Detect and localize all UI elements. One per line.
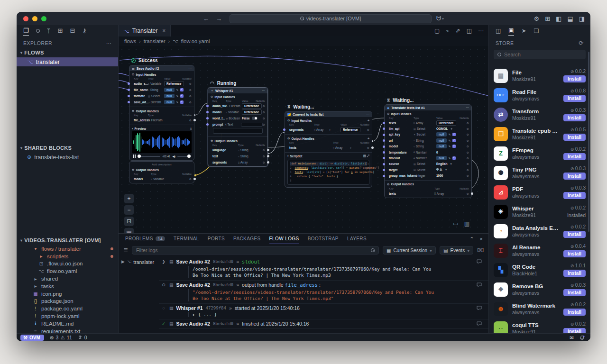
nullable-checkbox[interactable] [452, 145, 456, 148]
add-input-icon[interactable]: + [368, 119, 369, 122]
files-icon[interactable]: ❐ [23, 27, 29, 36]
param-row[interactable]: word_t... ⇄Boolean False False ⚙ [211, 115, 265, 121]
nullable-checkbox[interactable] [180, 88, 184, 91]
store-item[interactable]: ✳ Whisper Moskize91 0.0.2 Installed Inst… [489, 202, 590, 221]
param-row[interactable]: file_adress ▭FilePath ⚙ [132, 117, 192, 123]
tree-row[interactable]: ! pnpm-lock.yaml [17, 312, 118, 320]
store-icon[interactable]: ▣ [508, 27, 514, 36]
search-icon[interactable] [36, 27, 40, 35]
shared-blocks-header[interactable]: ▾ SHARED BLOCKS [17, 143, 118, 153]
prompt-textarea[interactable] [213, 128, 263, 134]
node-model[interactable]: Add description ⊖Output Handles KeyTypeN… [129, 161, 194, 183]
seek-slider[interactable] [138, 156, 161, 157]
scrollbar[interactable] [588, 52, 589, 232]
scriptlet-code[interactable]: 1def main(params: dict) -> dict[str, lis… [287, 160, 369, 185]
volume-icon[interactable]: ◀) [172, 155, 175, 158]
param-row[interactable]: segments []Array ⚙ [211, 159, 265, 165]
session-select[interactable]: ▦ Current Session ▾ [383, 246, 436, 255]
more-icon[interactable]: ⋯ [188, 66, 192, 70]
expand-icon[interactable]: ▶ [121, 259, 125, 264]
install-button[interactable]: Install [563, 114, 586, 121]
close-window-button[interactable] [23, 16, 28, 21]
store-item[interactable]: ⚉ Tiny PNG alwaysmavs 0.0.3 Install Inst… [489, 163, 590, 182]
gear-icon[interactable]: ⚙ [263, 123, 265, 126]
panel-left-icon[interactable]: ◧ [556, 15, 561, 22]
gear-icon[interactable]: ⚙ [467, 139, 469, 142]
layout-grid-icon[interactable]: ⊞ [545, 15, 550, 22]
store-item[interactable]: • • coqui TTS Moskize91 0.0.2 Install In… [489, 318, 590, 333]
comment-icon[interactable] [477, 259, 482, 264]
command-center[interactable]: videos-translater [OVM] [230, 14, 432, 23]
toggle[interactable] [252, 117, 258, 120]
store-item[interactable]: ⊛ Blind Watermark alwaysmavs 0.0.2 Insta… [489, 299, 590, 318]
install-button[interactable]: Install [563, 95, 586, 102]
gear-icon[interactable]: ⚙ [263, 161, 265, 164]
log-entry[interactable]: ◌ ▤ Whisper #1 47299f84 » started at 202… [159, 304, 488, 319]
refresh-icon[interactable]: ⟳ [579, 40, 584, 46]
param-row[interactable]: formate ▤Select null null ✎ ⚙ [132, 93, 192, 99]
minimap-icon[interactable]: ▭ [453, 220, 458, 227]
log-entry[interactable]: ✓ ▤ Save Audio #2 8bebafd0 » finished at… [159, 319, 488, 329]
store-item[interactable]: ⊿ PDF alwaysmavs 0.0.3 Install Install [489, 182, 590, 202]
zoom-window-button[interactable] [41, 16, 46, 21]
store-item[interactable]: ❖ Remove BG alwaysmavs 0.0.3 Install Ins… [489, 280, 590, 299]
edit-icon[interactable]: ✎ [176, 94, 179, 98]
param-row[interactable]: audio_s... ≡Variable Reference Reference… [132, 81, 192, 87]
settings-icon[interactable]: ⚙ [534, 15, 540, 22]
tree-row[interactable]: ⌥ flow.oo.yaml [17, 267, 118, 275]
nullable-checkbox[interactable] [452, 156, 456, 160]
minimize-window-button[interactable] [32, 16, 37, 21]
panel-bottom-icon[interactable]: ⬓ [567, 15, 573, 22]
store-search-input[interactable] [504, 52, 582, 57]
zoom-out-button[interactable]: − [124, 205, 134, 215]
sidebar-item-translate-texts-list[interactable]: ⊕ translate-texts-list [17, 153, 118, 162]
problems-status[interactable]: ⊗3 ⚠11 [50, 335, 72, 340]
install-button[interactable]: Install [563, 173, 586, 180]
pause-icon[interactable] [133, 155, 136, 158]
param-row[interactable]: temperature #Number 0 0 0 0▾ ✎ [387, 149, 469, 155]
nullable-checkbox[interactable] [452, 133, 456, 136]
share-icon[interactable]: ⇗ [456, 27, 460, 34]
param-row[interactable]: audio_file ▭FilePath Reference Reference… [211, 103, 265, 109]
edit-icon[interactable]: ✎ [449, 156, 451, 160]
folder-icon[interactable]: ⊟ [70, 27, 75, 35]
more-icon[interactable]: ⋯ [106, 40, 111, 46]
gear-icon[interactable]: ⚙ [263, 148, 265, 152]
tree-row[interactable]: ▦ icon.png [17, 290, 118, 298]
source-control-icon[interactable]: ᛘ [47, 27, 51, 35]
param-row[interactable]: timeout #Number null null null null▾ ✎ [387, 155, 469, 161]
store-item[interactable]: ⌶ AI Rename alwaysmavs 0.0.4 Install Ins… [489, 241, 590, 260]
tree-row[interactable]: ▸ tasks [17, 282, 118, 290]
comment-icon[interactable] [477, 282, 482, 287]
run-flow-icon[interactable]: ⌁ [446, 27, 449, 34]
filter-input-wrap[interactable] [132, 246, 379, 255]
panel-tab[interactable]: FLOW LOGS [269, 234, 299, 244]
flow-canvas[interactable]: ✓Success ▤ Save Audio #2⋯ ⊙Input Handles… [119, 46, 488, 233]
gear-icon[interactable]: ⚙ [189, 88, 192, 91]
project-section-header[interactable]: ▾ VIDEOS-TRANSLATER [OVM] [17, 236, 118, 245]
filter-logs-input[interactable] [136, 247, 371, 253]
node-translate[interactable]: ⊕ Translate texts list #1⋯ ⊙Input Handle… [384, 104, 472, 198]
edit-icon[interactable]: ✎ [449, 139, 451, 142]
back-icon[interactable]: ← [203, 15, 209, 22]
ports-status[interactable]: 0 [78, 335, 87, 340]
flows-section-header[interactable]: ▾ FLOWS [17, 48, 118, 57]
mascot-menu[interactable]: ᗢ ▾ [436, 15, 444, 22]
log-tree-toggle-icon[interactable]: ≣ [123, 247, 128, 254]
forward-icon[interactable]: → [216, 15, 222, 22]
install-button[interactable]: Install [563, 192, 586, 199]
store-item[interactable]: ◔ Data Analysis Examples alwaysmavs 0.0.… [489, 221, 590, 241]
param-row[interactable]: source ▤Select English English English E… [387, 161, 469, 167]
panel-tab[interactable]: PACKAGES [233, 234, 260, 244]
install-button[interactable]: Install [563, 270, 586, 277]
gear-icon[interactable]: ⚙ [467, 156, 469, 160]
param-row[interactable]: llm_api ▤Select OOMOL OOMOL OOMOL OOMOL▾… [387, 126, 469, 131]
nullable-checkbox[interactable] [180, 94, 184, 98]
bell-icon[interactable] [579, 335, 585, 340]
edit-icon[interactable]: ✎ [176, 88, 179, 91]
param-row[interactable]: segments []Array▾ Reference ⚙ [287, 127, 369, 133]
add-output-icon[interactable]: + [368, 137, 369, 140]
mail-icon[interactable]: ✉ [570, 335, 574, 340]
blocks-icon[interactable]: ⊞ [57, 27, 63, 35]
param-row[interactable]: texts []Array▾ ⚙ [287, 145, 369, 151]
